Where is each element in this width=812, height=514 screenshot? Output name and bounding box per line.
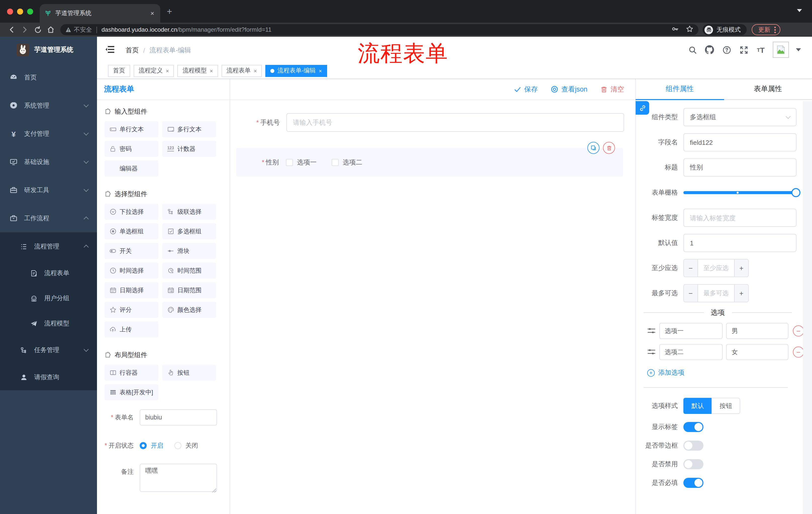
form-remark-textarea[interactable]: 嘿嘿 xyxy=(140,464,217,492)
palette-item-time-range[interactable]: 时间范围 xyxy=(162,263,216,279)
gender-checkbox-2[interactable]: 选项二 xyxy=(331,158,362,167)
tab-search-caret-icon[interactable] xyxy=(797,9,802,12)
field-name-input[interactable] xyxy=(684,133,796,152)
palette-item-color[interactable]: 颜色选择 xyxy=(162,302,216,318)
default-value-input[interactable] xyxy=(684,234,796,252)
phone-input[interactable] xyxy=(286,113,624,132)
canvas-body[interactable]: *手机号 *性别 选项一 选项二 xyxy=(230,100,635,514)
gender-checkbox-1[interactable]: 选项一 xyxy=(286,158,317,167)
tag-process-form[interactable]: 流程表单× xyxy=(222,64,262,77)
close-icon[interactable]: × xyxy=(210,67,213,74)
sidebar-item-infra[interactable]: 基础设施 xyxy=(0,148,97,176)
avatar-caret-icon[interactable] xyxy=(796,48,801,51)
option-value-input[interactable] xyxy=(726,323,788,339)
disabled-switch[interactable] xyxy=(684,459,703,469)
duplicate-field-button[interactable] xyxy=(587,142,600,154)
show-label-switch[interactable] xyxy=(684,422,703,432)
option-label-input[interactable] xyxy=(659,344,723,360)
close-icon[interactable]: × xyxy=(254,67,257,74)
new-tab-button[interactable]: + xyxy=(167,7,172,16)
tab-form-props[interactable]: 表单属性 xyxy=(724,79,812,99)
sidebar-item-process-form[interactable]: 流程表单 xyxy=(0,261,97,286)
tag-process-model[interactable]: 流程模型× xyxy=(178,64,218,77)
palette-item-editor[interactable]: 编辑器 xyxy=(105,160,158,177)
palette-item-switch[interactable]: 开关 xyxy=(105,243,158,259)
sidebar-item-workflow[interactable]: 工作流程 xyxy=(0,204,97,232)
sidebar-item-user-group[interactable]: 用户分组 xyxy=(0,286,97,311)
tag-process-definition[interactable]: 流程定义× xyxy=(134,64,174,77)
decrease-button[interactable]: − xyxy=(684,260,698,277)
sidebar-item-process-mgmt[interactable]: 流程管理 xyxy=(0,232,97,261)
close-icon[interactable]: × xyxy=(166,67,169,74)
palette-item-radio-group[interactable]: 单选框组 xyxy=(105,223,158,239)
window-zoom-button[interactable] xyxy=(27,8,33,15)
tab-component-props[interactable]: 组件属性 xyxy=(636,79,724,99)
palette-item-password[interactable]: 密码 xyxy=(105,141,158,157)
palette-item-multi-text[interactable]: 多行文本 xyxy=(162,121,216,137)
link-field-button[interactable] xyxy=(636,101,649,115)
breadcrumb-home[interactable]: 首页 xyxy=(126,46,139,55)
palette-item-upload[interactable]: 上传 xyxy=(105,321,158,337)
font-size-icon[interactable]: TT xyxy=(756,45,766,55)
sidebar-item-process-model[interactable]: 流程模型 xyxy=(0,311,97,336)
save-button[interactable]: 保存 xyxy=(514,85,538,94)
grid-slider[interactable] xyxy=(684,184,796,202)
palette-item-cascader[interactable]: 级联选择 xyxy=(162,204,216,220)
checkbox-icon[interactable] xyxy=(331,159,339,166)
palette-item-row-container[interactable]: 行容器 xyxy=(105,364,158,381)
window-minimize-button[interactable] xyxy=(17,8,23,15)
component-type-select[interactable]: 多选框组 xyxy=(684,108,796,126)
palette-item-counter[interactable]: 123计数器 xyxy=(162,141,216,157)
checkbox-icon[interactable] xyxy=(286,159,293,166)
sidebar-item-home[interactable]: 首页 xyxy=(0,63,97,91)
drag-handle-icon[interactable] xyxy=(647,348,656,356)
palette-item-select[interactable]: 下拉选择 xyxy=(105,204,158,220)
field-phone[interactable]: *手机号 xyxy=(230,113,629,132)
field-gender-selected[interactable]: *性别 选项一 选项二 xyxy=(236,148,623,177)
palette-item-date-range[interactable]: 日期范围 xyxy=(162,282,216,298)
required-switch[interactable] xyxy=(684,478,703,488)
browser-tab[interactable]: 芋道管理系统 × xyxy=(40,4,160,23)
form-name-input[interactable] xyxy=(140,409,217,426)
border-switch[interactable] xyxy=(684,440,703,451)
help-icon[interactable] xyxy=(722,45,732,55)
home-icon[interactable] xyxy=(44,24,57,35)
back-icon[interactable] xyxy=(5,24,18,35)
reload-icon[interactable] xyxy=(31,24,44,35)
tag-process-form-edit[interactable]: 流程表单-编辑× xyxy=(266,64,327,77)
window-close-button[interactable] xyxy=(7,8,13,15)
max-select-input[interactable]: 最多可选 xyxy=(698,285,734,302)
sidebar-item-leave-query[interactable]: 请假查询 xyxy=(0,364,97,390)
label-width-input[interactable] xyxy=(684,209,796,227)
status-radio-on[interactable] xyxy=(140,442,147,449)
style-default-button[interactable]: 默认 xyxy=(684,398,712,414)
scrollbar-gutter[interactable] xyxy=(803,101,812,514)
sidebar-logo[interactable]: 芋道管理系统 xyxy=(0,37,97,63)
browser-menu-icon[interactable] xyxy=(774,26,776,33)
sidebar-item-devtools[interactable]: 研发工具 xyxy=(0,176,97,204)
sidebar-item-payment[interactable]: ¥ 支付管理 xyxy=(0,120,97,148)
palette-item-button[interactable]: 按钮 xyxy=(162,364,216,381)
drag-handle-icon[interactable] xyxy=(647,327,656,335)
palette-item-date[interactable]: 日期选择 xyxy=(105,282,158,298)
title-input[interactable] xyxy=(684,158,796,177)
status-radio-off[interactable] xyxy=(174,442,181,449)
style-button-button[interactable]: 按钮 xyxy=(712,398,740,414)
palette-item-rate[interactable]: 评分 xyxy=(105,302,158,318)
github-icon[interactable] xyxy=(704,45,715,55)
decrease-button[interactable]: − xyxy=(684,285,698,302)
security-status[interactable]: 不安全 xyxy=(65,25,92,34)
forward-icon[interactable] xyxy=(18,24,31,35)
search-icon[interactable] xyxy=(687,45,697,55)
avatar[interactable] xyxy=(773,42,789,58)
hamburger-icon[interactable] xyxy=(106,45,115,56)
view-json-button[interactable]: 查看json xyxy=(551,85,587,94)
sidebar-item-task-mgmt[interactable]: 任务管理 xyxy=(0,336,97,364)
palette-item-single-text[interactable]: 单行文本 xyxy=(105,121,158,137)
remove-option-button[interactable]: − xyxy=(793,325,804,336)
increase-button[interactable]: + xyxy=(734,285,748,302)
min-select-input[interactable]: 至少应选 xyxy=(698,260,734,277)
clear-button[interactable]: 清空 xyxy=(601,85,624,94)
slider-track[interactable] xyxy=(684,191,796,194)
bookmark-star-icon[interactable] xyxy=(686,25,693,34)
